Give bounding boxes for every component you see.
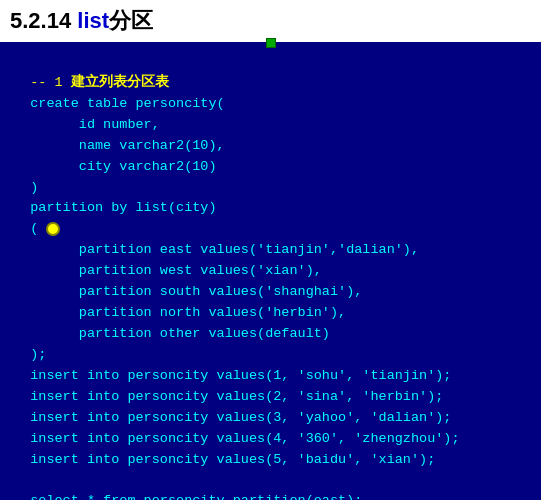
code-line-comment1: -- 1 建立列表分区表 <box>14 73 527 94</box>
code-area: -- 1 建立列表分区表 create table personcity( id… <box>0 42 541 500</box>
page-container: 5.2.14 list分区 -- 1 建立列表分区表 create table … <box>0 0 541 500</box>
code-line-name: name varchar2(10), <box>14 136 527 157</box>
gear-icon <box>46 222 60 236</box>
code-line-partition: partition by list(city) <box>14 198 527 219</box>
title-prefix: 5.2.14 <box>10 8 77 33</box>
code-line-close1: ) <box>14 178 527 199</box>
code-line-openbrace: ( <box>14 219 527 240</box>
title-bar: 5.2.14 list分区 <box>0 0 541 42</box>
code-line-city: city varchar2(10) <box>14 157 527 178</box>
code-line-id: id number, <box>14 115 527 136</box>
code-line-select: select * from personcity partition(east)… <box>14 491 527 500</box>
title-suffix: 分区 <box>109 8 153 33</box>
code-line-blank1 <box>14 52 527 73</box>
code-line-insert1: insert into personcity values(1, 'sohu',… <box>14 366 527 387</box>
code-line-south: partition south values('shanghai'), <box>14 282 527 303</box>
code-line-insert2: insert into personcity values(2, 'sina',… <box>14 387 527 408</box>
code-line-east: partition east values('tianjin','dalian'… <box>14 240 527 261</box>
code-line-create: create table personcity( <box>14 94 527 115</box>
code-line-north: partition north values('herbin'), <box>14 303 527 324</box>
code-line-closebrace: ); <box>14 345 527 366</box>
code-line-insert4: insert into personcity values(4, '360', … <box>14 429 527 450</box>
code-line-other: partition other values(default) <box>14 324 527 345</box>
code-line-insert5: insert into personcity values(5, 'baidu'… <box>14 450 527 471</box>
code-line-west: partition west values('xian'), <box>14 261 527 282</box>
page-title: 5.2.14 list分区 <box>10 6 153 36</box>
title-keyword: list <box>77 8 109 33</box>
code-line-blank2 <box>14 470 527 491</box>
code-line-insert3: insert into personcity values(3, 'yahoo'… <box>14 408 527 429</box>
